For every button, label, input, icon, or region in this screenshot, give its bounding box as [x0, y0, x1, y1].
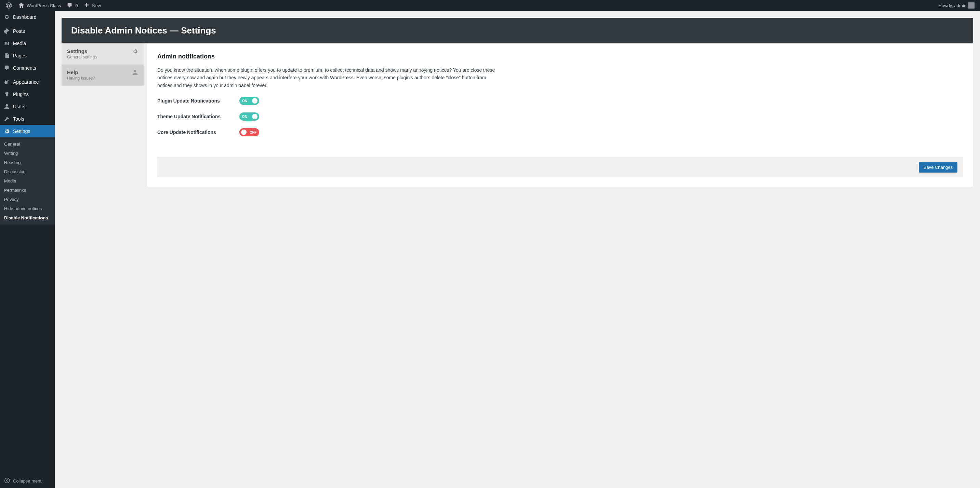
toggle-state-text: OFF	[250, 130, 256, 134]
submenu-hide-admin-notices[interactable]: Hide admin notices	[0, 204, 55, 213]
sidebar-item-settings[interactable]: Settings	[0, 125, 55, 137]
option-row-core-updates: Core Update Notifications OFF	[157, 128, 963, 136]
avatar	[968, 2, 975, 8]
submenu-reading[interactable]: Reading	[0, 158, 55, 167]
toggle-knob	[252, 114, 258, 119]
new-content-link[interactable]: New	[80, 0, 103, 11]
collapse-menu[interactable]: Collapse menu	[0, 474, 55, 488]
toggle-knob	[241, 130, 247, 135]
sidebar-item-pages[interactable]: Pages	[0, 49, 55, 62]
submenu-writing[interactable]: Writing	[0, 149, 55, 158]
plugins-icon	[3, 91, 10, 98]
panel-footer: Save Changes	[157, 157, 963, 177]
pages-icon	[3, 52, 10, 59]
toggle-knob	[252, 98, 258, 103]
option-label: Plugin Update Notifications	[157, 98, 226, 103]
sidebar-item-label: Tools	[13, 116, 24, 122]
plus-icon	[83, 2, 90, 9]
sidebar-item-label: Users	[13, 104, 25, 109]
submenu-permalinks[interactable]: Permalinks	[0, 185, 55, 195]
admin-bar-right: Howdy, admin	[936, 0, 977, 11]
option-row-plugin-updates: Plugin Update Notifications ON	[157, 97, 963, 105]
submenu-privacy[interactable]: Privacy	[0, 195, 55, 204]
comments-link[interactable]: 0	[64, 0, 80, 11]
submenu-discussion[interactable]: Discussion	[0, 167, 55, 176]
new-label: New	[92, 3, 101, 8]
toggle-state-text: ON	[242, 115, 247, 119]
intro-text: Do you know the situation, when some plu…	[157, 66, 499, 89]
sidebar-item-appearance[interactable]: Appearance	[0, 76, 55, 88]
sidebar-item-plugins[interactable]: Plugins	[0, 88, 55, 100]
svg-point-0	[5, 478, 10, 483]
sidebar-item-label: Posts	[13, 29, 25, 34]
comments-icon	[3, 65, 10, 71]
person-icon	[132, 70, 138, 76]
howdy-text: Howdy, admin	[939, 3, 966, 8]
sidebar-item-tools[interactable]: Tools	[0, 113, 55, 125]
tab-title: Help	[67, 70, 95, 75]
home-icon	[18, 2, 25, 9]
admin-menu: Dashboard Posts Media Pages Comments App…	[0, 11, 55, 488]
sidebar-item-users[interactable]: Users	[0, 100, 55, 113]
sidebar-item-label: Appearance	[13, 79, 39, 85]
tab-help[interactable]: Help Having Issues?	[62, 65, 144, 86]
sidebar-item-posts[interactable]: Posts	[0, 25, 55, 37]
sidebar-item-label: Settings	[13, 128, 30, 134]
toggle-plugin-updates[interactable]: ON	[239, 97, 259, 105]
save-button[interactable]: Save Changes	[919, 162, 958, 173]
collapse-icon	[4, 477, 10, 485]
sidebar-item-label: Comments	[13, 65, 36, 71]
pin-icon	[3, 28, 10, 35]
dashboard-icon	[3, 14, 10, 21]
site-name: WordPress Class	[27, 3, 61, 8]
sidebar-item-media[interactable]: Media	[0, 37, 55, 49]
gear-icon	[132, 48, 138, 54]
settings-panel: Admin notifications Do you know the situ…	[147, 43, 973, 187]
option-label: Core Update Notifications	[157, 130, 226, 135]
sidebar-item-dashboard[interactable]: Dashboard	[0, 11, 55, 23]
toggle-state-text: ON	[242, 99, 247, 103]
option-row-theme-updates: Theme Update Notifications ON	[157, 112, 963, 120]
tab-subtitle: Having Issues?	[67, 76, 95, 81]
tools-icon	[3, 116, 10, 122]
comments-count: 0	[75, 3, 78, 8]
wordpress-icon	[5, 2, 12, 9]
site-home-link[interactable]: WordPress Class	[15, 0, 64, 11]
content-area: Disable Admin Notices — Settings Setting…	[55, 11, 980, 488]
tab-title: Settings	[67, 48, 97, 54]
tab-subtitle: General settings	[67, 55, 97, 59]
sidebar-item-label: Dashboard	[13, 14, 37, 20]
users-icon	[3, 103, 10, 110]
comment-icon	[66, 2, 73, 9]
wp-logo[interactable]	[3, 0, 15, 11]
sidebar-item-label: Plugins	[13, 92, 29, 97]
toggle-core-updates[interactable]: OFF	[239, 128, 259, 136]
appearance-icon	[3, 79, 10, 86]
tab-settings[interactable]: Settings General settings	[62, 43, 144, 65]
collapse-label: Collapse menu	[13, 478, 43, 483]
page-title: Disable Admin Notices — Settings	[62, 18, 973, 43]
submenu-disable-notifications[interactable]: Disable Notifications	[0, 213, 55, 222]
account-link[interactable]: Howdy, admin	[936, 0, 977, 11]
settings-icon	[3, 128, 10, 135]
toggle-theme-updates[interactable]: ON	[239, 112, 259, 120]
media-icon	[3, 40, 10, 47]
option-label: Theme Update Notifications	[157, 114, 226, 119]
sidebar-item-label: Pages	[13, 53, 27, 59]
submenu-media[interactable]: Media	[0, 176, 55, 185]
settings-submenu: General Writing Reading Discussion Media…	[0, 137, 55, 225]
section-heading: Admin notifications	[157, 53, 963, 60]
sidebar-item-label: Media	[13, 41, 26, 46]
submenu-general[interactable]: General	[0, 139, 55, 149]
admin-bar-left: WordPress Class 0 New	[3, 0, 103, 11]
admin-bar: WordPress Class 0 New Howdy, admin	[0, 0, 980, 11]
tabs-column: Settings General settings Help Having Is…	[62, 43, 144, 187]
sidebar-item-comments[interactable]: Comments	[0, 62, 55, 74]
